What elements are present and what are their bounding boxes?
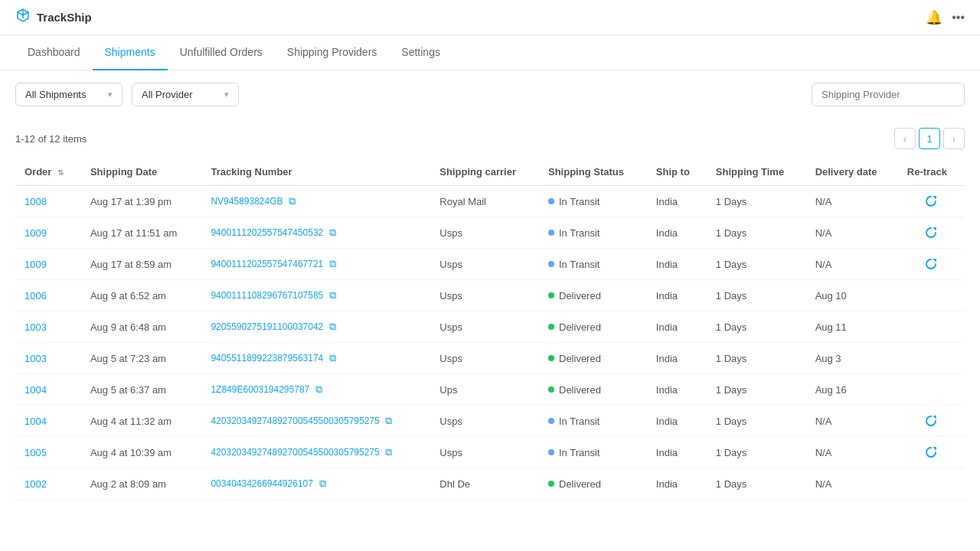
tracking-number-link[interactable]: 1Z849E6003194295787 [211, 384, 309, 395]
shipping-provider-search[interactable] [812, 83, 965, 106]
page-1-button[interactable]: 1 [919, 128, 940, 149]
copy-icon[interactable]: ⧉ [385, 415, 392, 426]
retrack-button[interactable] [907, 415, 956, 427]
tracking-number-link[interactable]: 420320349274892700545500305795275 [211, 447, 379, 458]
chevron-down-icon: ▾ [224, 90, 229, 99]
cell-tracking-number: 420320349274892700545500305795275 ⧉ [201, 406, 430, 437]
status-label: In Transit [559, 196, 599, 207]
cell-delivery-date: Aug 10 [806, 280, 898, 311]
cell-shipping-date: Aug 2 at 8:09 am [81, 468, 202, 500]
order-link[interactable]: 1003 [24, 353, 47, 364]
retrack-button[interactable] [907, 195, 956, 207]
cell-delivery-date: N/A [806, 186, 898, 217]
cell-carrier: Usps [430, 311, 539, 343]
cell-retrack [898, 311, 965, 343]
order-link[interactable]: 1009 [24, 227, 47, 239]
app-header: TrackShip 🔔 ••• [0, 0, 980, 35]
copy-icon[interactable]: ⧉ [315, 383, 322, 395]
prev-page-button[interactable]: ‹ [894, 128, 916, 149]
copy-icon[interactable]: ⧉ [329, 321, 336, 332]
copy-icon[interactable]: ⧉ [385, 446, 392, 458]
col-shipping-status: Shipping Status [539, 158, 647, 186]
tracking-number-link[interactable]: 00340434266944926107 [211, 478, 312, 489]
order-link[interactable]: 1004 [24, 384, 47, 396]
cell-status: In Transit [539, 249, 647, 280]
more-options-icon[interactable]: ••• [952, 11, 965, 24]
all-provider-filter[interactable]: All Provider ▾ [132, 83, 239, 106]
nav-unfulfilled-orders[interactable]: Unfulfilled Orders [168, 35, 275, 70]
next-page-button[interactable]: › [943, 128, 965, 149]
cell-shipping-date: Aug 17 at 1:39 pm [81, 186, 202, 217]
order-link[interactable]: 1008 [24, 196, 47, 207]
main-content: 1-12 of 12 items ‹ 1 › Order ⇅ Shipping … [0, 119, 980, 500]
copy-icon[interactable]: ⧉ [289, 195, 296, 207]
tracking-number-link[interactable]: 9405511899223879563174 [211, 353, 323, 364]
cell-tracking-number: 1Z849E6003194295787 ⧉ [201, 374, 430, 406]
cell-shipping-time: 1 Days [707, 468, 806, 500]
col-tracking-number: Tracking Number [201, 158, 430, 186]
table-row: 1009 Aug 17 at 8:59 am 94001112025575474… [15, 249, 965, 280]
cell-tracking-number: NV945893824GB ⧉ [201, 186, 430, 217]
copy-icon[interactable]: ⧉ [329, 258, 336, 269]
tracking-number-link[interactable]: 9400111108296767107585 [211, 290, 323, 301]
copy-icon[interactable]: ⧉ [329, 227, 336, 238]
header-actions: 🔔 ••• [926, 9, 965, 26]
cell-status: In Transit [539, 437, 647, 468]
cell-status: Delivered [539, 468, 647, 500]
order-link[interactable]: 1005 [24, 447, 47, 458]
col-delivery-date: Delivery date [806, 158, 898, 186]
tracking-number-link[interactable]: 420320349274892700545500305795275 [211, 416, 379, 426]
status-dot [548, 324, 554, 330]
nav-shipping-providers[interactable]: Shipping Providers [275, 35, 390, 70]
copy-icon[interactable]: ⧉ [329, 352, 336, 364]
toolbar-right [812, 83, 965, 106]
copy-icon[interactable]: ⧉ [329, 289, 336, 301]
tracking-number-link[interactable]: 9400111202557547450532 [211, 227, 323, 238]
status-badge: Delivered [548, 321, 638, 333]
cell-order: 1003 [15, 343, 81, 374]
notification-icon[interactable]: 🔔 [926, 9, 942, 26]
col-order[interactable]: Order ⇅ [15, 158, 81, 186]
order-link[interactable]: 1006 [24, 290, 47, 302]
nav-settings[interactable]: Settings [389, 35, 452, 70]
nav-shipments[interactable]: Shipments [93, 35, 168, 70]
cell-shipping-time: 1 Days [707, 311, 806, 343]
status-label: Delivered [559, 478, 601, 490]
all-shipments-filter[interactable]: All Shipments ▾ [15, 83, 122, 106]
cell-shipping-date: Aug 4 at 11:32 am [81, 406, 202, 437]
cell-shipping-date: Aug 5 at 7:23 am [81, 343, 202, 374]
status-dot [548, 418, 554, 424]
shipments-table: Order ⇅ Shipping Date Tracking Number Sh… [15, 158, 965, 500]
tracking-number-link[interactable]: 9205590275191100037042 [211, 321, 323, 332]
status-badge: Delivered [548, 290, 638, 302]
pagination-text: 1-12 of 12 items [15, 133, 87, 145]
nav-dashboard[interactable]: Dashboard [15, 35, 93, 70]
cell-shipping-date: Aug 5 at 6:37 am [81, 374, 202, 406]
tracking-number-link[interactable]: NV945893824GB [211, 196, 283, 207]
cell-order: 1003 [15, 311, 81, 343]
status-badge: In Transit [548, 416, 638, 427]
app-name: TrackShip [37, 11, 92, 24]
cell-retrack [898, 280, 965, 311]
status-badge: Delivered [548, 384, 638, 396]
tracking-number-link[interactable]: 9400111202557547467721 [211, 259, 323, 269]
copy-icon[interactable]: ⧉ [319, 478, 326, 489]
retrack-button[interactable] [907, 258, 956, 270]
table-row: 1008 Aug 17 at 1:39 pm NV945893824GB ⧉ R… [15, 186, 965, 217]
col-shipping-time: Shipping Time [707, 158, 806, 186]
cell-order: 1004 [15, 374, 81, 406]
retrack-button[interactable] [907, 446, 956, 458]
status-dot [548, 261, 554, 267]
order-link[interactable]: 1004 [24, 416, 47, 427]
retrack-button[interactable] [907, 227, 956, 239]
status-label: Delivered [559, 321, 601, 333]
cell-shipping-date: Aug 4 at 10:39 am [81, 437, 202, 468]
order-link[interactable]: 1003 [24, 321, 47, 333]
cell-order: 1009 [15, 249, 81, 280]
order-link[interactable]: 1009 [24, 259, 47, 270]
cell-tracking-number: 00340434266944926107 ⧉ [201, 468, 430, 500]
cell-delivery-date: Aug 3 [806, 343, 898, 374]
cell-ship-to: India [647, 249, 707, 280]
cell-retrack [898, 406, 965, 437]
order-link[interactable]: 1002 [24, 478, 47, 490]
